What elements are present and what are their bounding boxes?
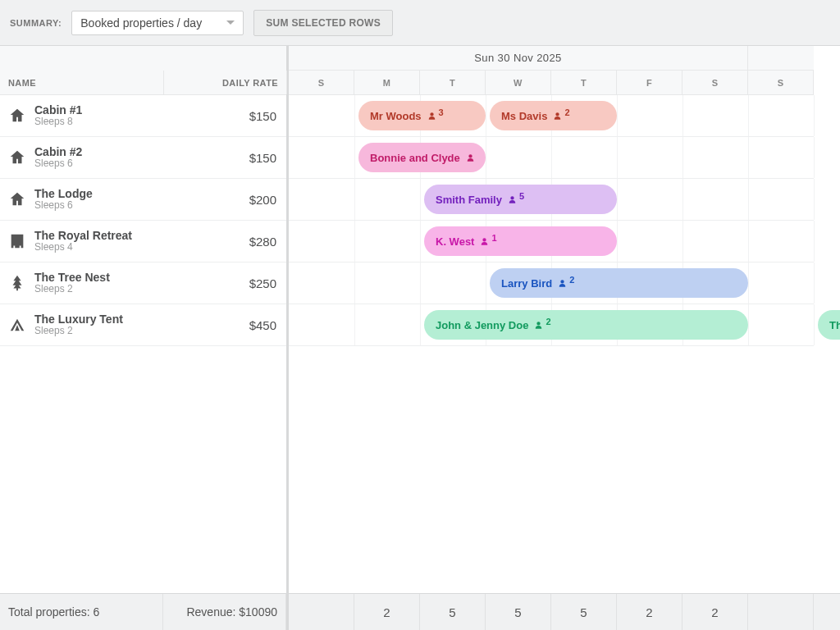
booking-guests: 2 [546,317,550,326]
toolbar: SUMMARY: Booked properties / day SUM SEL… [0,0,840,46]
hotel-icon [8,232,26,250]
home-icon [8,148,26,167]
property-row[interactable]: The Royal RetreatSleeps 4$280 [0,221,286,262]
locked-columns: NAME DAILY RATE Cabin #1Sleeps 8$150Cabi… [0,46,289,593]
booking-event[interactable]: Smith Family5 [424,185,617,214]
property-name: Cabin #2 [34,145,82,158]
property-row[interactable]: Cabin #1Sleeps 8$150 [0,95,286,137]
booking-event[interactable]: Ms Davis2 [490,101,617,130]
day-header[interactable]: F [617,71,682,94]
footer-day-count [748,594,814,630]
booking-name: Ms Davis [501,110,547,122]
property-rate: $150 [163,109,286,123]
booking-name: Larry Bird [501,277,552,290]
property-name: The Royal Retreat [34,229,132,242]
day-header[interactable]: W [486,71,551,94]
footer-day-count [289,594,354,630]
footer-day-count: 2 [682,594,748,630]
day-header[interactable]: S [289,71,354,94]
timeline-row[interactable]: Smith Family5 [289,179,814,221]
booking-guests: 2 [564,107,569,117]
summary-value: Booked properties / day [80,16,202,30]
property-rate: $280 [163,235,286,249]
booking-guests: 1 [491,233,496,243]
footer-day-count: 2 [354,594,420,630]
booking-event[interactable]: Bonnie and Clyde [358,143,486,172]
booking-name: Bonnie and Clyde [370,152,460,164]
booking-name: John & Jenny Doe [436,319,528,331]
property-rate: $150 [163,151,286,165]
property-row[interactable]: The Luxury TentSleeps 2$450 [0,304,286,346]
day-header[interactable]: T [551,71,617,94]
day-header[interactable]: T [420,71,486,94]
property-sleeps: Sleeps 2 [34,326,123,337]
booking-event[interactable]: Larry Bird2 [490,268,748,298]
timeline-row[interactable]: John & Jenny Doe2Th [289,304,814,346]
property-row[interactable]: The LodgeSleeps 6$200 [0,179,286,221]
footer-day-count: 2 [617,594,682,630]
tree-icon [8,274,26,292]
person-icon [507,194,518,205]
property-rate: $450 [163,318,286,332]
column-header-name[interactable]: NAME [0,71,164,94]
footer-total-properties: Total properties: 6 [0,594,163,630]
property-sleeps: Sleeps 6 [34,200,93,212]
chevron-down-icon [226,21,235,25]
property-sleeps: Sleeps 4 [34,242,132,253]
booking-guests: 3 [439,107,444,117]
footer-day-count: 5 [551,594,617,630]
booking-name: Smith Family [436,194,502,206]
column-header-daily-rate[interactable]: DAILY RATE [164,71,287,94]
booking-guests: 5 [519,191,524,201]
sum-selected-rows-button[interactable]: SUM SELECTED ROWS [253,10,393,36]
timeline-row[interactable]: Larry Bird2 [289,262,814,304]
person-icon [557,278,568,289]
timeline[interactable]: Sun 30 Nov 2025 SMTWTFSS Mr Woods3Ms Dav… [289,46,840,593]
property-rate: $250 [163,276,286,290]
week-group-header: Sun 30 Nov 2025 [289,46,748,70]
booking-event[interactable]: Th [818,310,840,340]
footer: Total properties: 6 Revenue: $10090 2555… [0,593,840,630]
booking-name: Th [829,319,840,331]
property-sleeps: Sleeps 2 [34,284,110,295]
property-sleeps: Sleeps 8 [34,116,82,128]
timeline-row[interactable]: Mr Woods3Ms Davis2 [289,95,814,137]
summary-label: SUMMARY: [10,18,62,28]
property-name: The Tree Nest [34,271,110,284]
summary-combo[interactable]: Booked properties / day [71,11,244,35]
person-icon [533,320,544,331]
day-header[interactable]: S [682,71,748,94]
property-name: Cabin #1 [34,103,82,116]
property-sleeps: Sleeps 6 [34,158,82,170]
booking-name: Mr Woods [370,110,422,122]
booking-guests: 2 [569,275,574,285]
day-header[interactable]: S [748,71,814,94]
home-icon [8,190,26,208]
person-icon [552,111,563,121]
property-name: The Lodge [34,187,93,200]
property-name: The Luxury Tent [34,313,123,326]
footer-day-count: 5 [420,594,486,630]
person-icon [427,111,437,121]
timeline-row[interactable]: K. West1 [289,221,814,262]
timeline-row[interactable]: Bonnie and Clyde [289,137,814,179]
booking-event[interactable]: K. West1 [424,226,617,256]
footer-revenue: Revenue: $10090 [163,594,286,630]
booking-name: K. West [436,235,474,248]
day-header[interactable]: M [354,71,420,94]
footer-day-count: 5 [486,594,551,630]
tent-icon [8,316,26,334]
booking-event[interactable]: Mr Woods3 [358,101,486,130]
property-rate: $200 [163,193,286,207]
property-row[interactable]: Cabin #2Sleeps 6$150 [0,137,286,179]
booking-event[interactable]: John & Jenny Doe2 [424,310,748,340]
home-icon [8,107,26,125]
person-icon [465,153,476,163]
person-icon [479,236,490,247]
property-row[interactable]: The Tree NestSleeps 2$250 [0,262,286,304]
